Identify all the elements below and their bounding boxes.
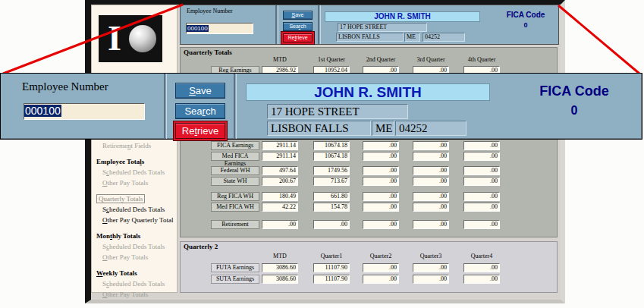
quarterly-totals-value-field[interactable]: 10674.18 [313,141,350,150]
state-field[interactable]: ME [404,33,420,42]
quarterly2-title: Quarterly 2 [184,243,218,250]
save-button[interactable]: Save [283,11,313,20]
quarterly-totals-value-field[interactable]: .00 [363,177,399,186]
app-window: I Retirement FieldsEmployee TotalsSchedu… [85,0,565,303]
sidebar-item-monthly-totals[interactable]: Monthly Totals [93,231,176,241]
quarterly-totals-value-field[interactable]: 42.22 [262,203,298,212]
logo-sphere-icon [129,25,156,52]
quarterly-totals-value-field[interactable]: .00 [463,203,500,212]
quarterly-totals-value-field[interactable]: 497.64 [262,166,298,175]
quarterly-totals-value-field[interactable]: 154.78 [313,203,350,212]
quarterly-totals-value-field[interactable]: .00 [463,166,500,175]
employee-number-callout: Employee Number 000100 Save Search Retri… [0,73,642,140]
sidebar-item-weekly-totals[interactable]: Weekly Totals [93,268,176,278]
sidebar-item-other-pay-totals: Other Pay Totals [93,252,176,262]
quarterly-totals-value-field[interactable]: .00 [262,220,298,229]
quarterly-totals-value-field[interactable]: .00 [413,203,449,212]
quarterly-totals-column-header: 2nd Quarter [363,56,399,64]
quarterly2-value-field[interactable]: .00 [463,263,500,272]
quarterly-totals-value-field[interactable]: .00 [363,203,399,212]
quarterly-totals-value-field[interactable]: .00 [413,220,449,229]
quarterly2-value-field[interactable]: .00 [363,275,399,284]
zip-field[interactable]: 04252 [423,33,465,42]
quarterly-totals-row-label: Federal WH [211,166,259,175]
quarterly-totals-value-field[interactable]: .00 [363,220,399,229]
sidebar-item-other-pay-totals: Other Pay Totals [93,289,176,300]
quarterly-totals-value-field[interactable]: 2911.14 [262,152,298,161]
quarterly2-value-field[interactable]: 3086.60 [262,263,298,272]
quarterly2-value-field[interactable]: .00 [363,263,399,272]
quarterly-totals-value-field[interactable]: .00 [413,152,449,161]
city-field[interactable]: LISBON FALLS [336,33,404,42]
quarterly-totals-column-header: MTD [262,56,298,64]
sidebar-item-scheduled-deds-totals: Scheduled Deds Totals [93,241,176,252]
search-button[interactable]: Search [283,22,313,31]
sidebar-item-scheduled-deds-totals: Scheduled Deds Totals [93,278,176,289]
quarterly2-value-field[interactable]: .00 [413,275,449,284]
sidebar-item-other-pay-quarterly-total[interactable]: Other Pay Quarterly Total [93,215,176,225]
quarterly2-row: SUTA Earnings3086.6011107.90.00.00.00 [181,275,557,284]
quarterly-totals-value-field[interactable]: 1749.56 [313,166,350,175]
callout-employee-info-section: JOHN R. SMITH 17 HOPE STREET LISBON FALL… [237,74,642,139]
quarterly-totals-row: FICA Earnings2911.1410674.18.00.00.00 [181,141,557,150]
quarterly-totals-value-field[interactable]: 661.80 [313,192,350,201]
quarterly-totals-value-field[interactable]: .00 [363,152,399,161]
quarterly-totals-value-field[interactable]: .00 [463,192,500,201]
employee-name-display: JOHN R. SMITH [325,11,480,22]
quarterly-totals-value-field[interactable]: .00 [313,220,350,229]
retrieve-button[interactable]: Retrieve [283,33,313,42]
street-field[interactable]: 17 HOPE STREET [338,23,427,32]
quarterly-totals-value-field[interactable]: .00 [413,177,449,186]
quarterly-totals-row: Med FICA WH42.22154.78.00.00.00 [181,203,557,212]
callout-action-buttons-section: Save Search Retrieve [167,74,234,139]
quarterly-totals-value-field[interactable]: 180.49 [262,192,298,201]
city-field[interactable]: LISBON FALLS [267,121,371,136]
retrieve-button[interactable]: Retrieve [175,123,225,139]
quarterly2-row: FUTA Earnings3086.6011107.90.00.00.00 [181,263,557,272]
quarterly-totals-value-field[interactable]: .00 [463,141,500,150]
employee-number-value: 000100 [187,25,209,32]
quarterly2-value-field[interactable]: 3086.60 [262,275,298,284]
callout-employee-number-section: Employee Number 000100 [1,74,164,139]
quarterly-totals-value-field[interactable]: 2911.14 [262,141,298,150]
save-button[interactable]: Save [175,83,225,99]
sidebar-item-quarterly-totals[interactable]: Quarterly Totals [93,193,176,204]
quarterly-totals-value-field[interactable]: .00 [363,166,399,175]
sidebar-item-employee-totals[interactable]: Employee Totals [93,156,176,167]
employee-number-label: Employee Number [187,8,233,14]
quarterly-totals-value-field[interactable]: .00 [413,141,449,150]
quarterly-totals-row-label: FICA Earnings [211,141,259,150]
quarterly2-value-field[interactable]: 11107.90 [313,263,350,272]
quarterly-totals-title: Quarterly Totals [184,49,232,56]
quarterly-totals-value-field[interactable]: .00 [363,192,399,201]
employee-number-input[interactable]: 000100 [186,23,253,34]
sidebar-item-scheduled-deds-totals[interactable]: Scheduled Deds Totals [93,204,176,215]
quarterly2-value-field[interactable]: .00 [463,275,500,284]
quarterly-totals-value-field[interactable]: .00 [413,166,449,175]
zip-field[interactable]: 04252 [395,121,467,136]
quarterly-totals-column-header: 3rd Quarter [413,56,449,64]
quarterly-totals-row: State WH200.67713.67.00.00.00 [181,177,557,186]
quarterly2-column-header: Quarter2 [363,253,399,260]
quarterly2-column-header: Quarter4 [463,253,500,260]
quarterly-totals-value-field[interactable]: .00 [363,141,399,150]
search-button[interactable]: Search [175,103,225,119]
sidebar-item-retirement-fields: Retirement Fields [93,140,176,151]
quarterly-totals-value-field[interactable]: .00 [413,192,449,201]
quarterly-totals-value-field[interactable]: .00 [463,177,500,186]
quarterly-totals-value-field[interactable]: 10674.18 [313,152,350,161]
sidebar-menu: Retirement FieldsEmployee TotalsSchedule… [93,140,176,300]
quarterly-totals-value-field[interactable]: 713.67 [313,177,350,186]
state-field[interactable]: ME [372,121,394,136]
quarterly2-value-field[interactable]: .00 [413,263,449,272]
quarterly-totals-value-field[interactable]: .00 [463,152,500,161]
employee-number-section: Employee Number 000100 [181,5,275,44]
quarterly-totals-value-field[interactable]: .00 [463,220,500,229]
quarterly-totals-row: Med FICA Earnings2911.1410674.18.00.00.0… [181,152,557,161]
quarterly-totals-value-field[interactable]: 200.67 [262,177,298,186]
employee-number-input[interactable]: 000100 [24,103,145,120]
quarterly2-value-field[interactable]: 11107.90 [313,275,350,284]
quarterly-totals-row: Federal WH497.641749.56.00.00.00 [181,166,557,175]
quarterly-totals-row-label: Med FICA WH [211,203,259,212]
street-field[interactable]: 17 HOPE STREET [267,104,408,119]
